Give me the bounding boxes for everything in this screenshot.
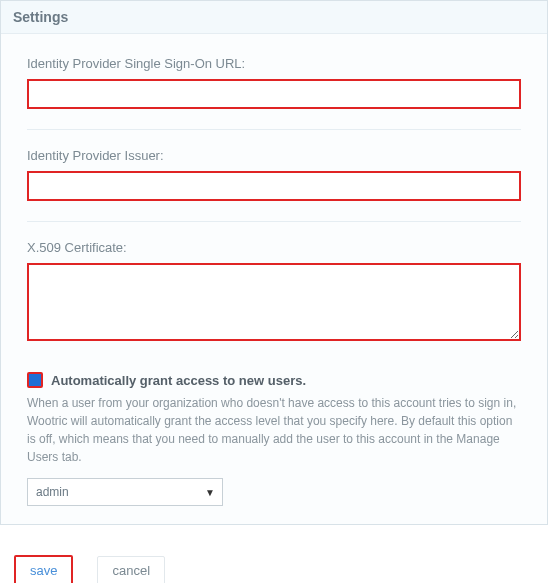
sso-url-label: Identity Provider Single Sign-On URL: — [27, 56, 521, 71]
save-button[interactable]: save — [14, 555, 73, 583]
actions-row: save cancel — [0, 545, 548, 583]
checkbox-icon[interactable] — [27, 372, 43, 388]
issuer-input[interactable] — [27, 171, 521, 201]
auto-grant-label: Automatically grant access to new users. — [51, 373, 306, 388]
settings-panel: Settings Identity Provider Single Sign-O… — [0, 0, 548, 525]
role-select[interactable]: admin — [27, 478, 223, 506]
panel-title: Settings — [1, 1, 547, 33]
issuer-label: Identity Provider Issuer: — [27, 148, 521, 163]
role-select-wrap: admin ▼ — [27, 478, 223, 506]
auto-grant-help: When a user from your organization who d… — [27, 394, 521, 466]
auto-grant-checkbox-row[interactable]: Automatically grant access to new users. — [27, 372, 521, 388]
cancel-button[interactable]: cancel — [97, 556, 165, 583]
divider — [27, 221, 521, 222]
sso-url-input[interactable] — [27, 79, 521, 109]
cert-textarea[interactable] — [27, 263, 521, 341]
divider — [27, 129, 521, 130]
panel-body: Identity Provider Single Sign-On URL: Id… — [1, 33, 547, 524]
cert-label: X.509 Certificate: — [27, 240, 521, 255]
